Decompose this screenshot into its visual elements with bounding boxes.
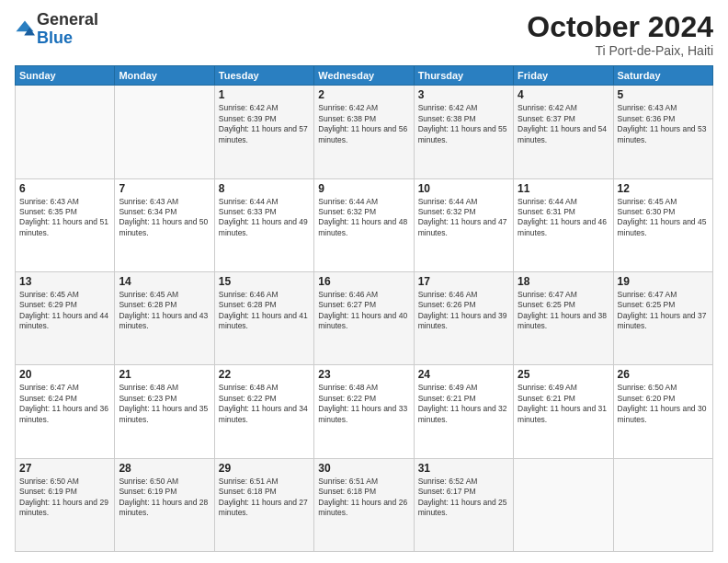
day-info: Sunrise: 6:50 AM Sunset: 6:20 PM Dayligh… [618,383,709,425]
day-info: Sunrise: 6:49 AM Sunset: 6:21 PM Dayligh… [518,383,609,425]
day-info: Sunrise: 6:48 AM Sunset: 6:23 PM Dayligh… [119,383,210,425]
day-number: 25 [518,368,609,381]
calendar-day-cell: 21Sunrise: 6:48 AM Sunset: 6:23 PM Dayli… [115,365,214,458]
logo-icon [15,19,35,40]
day-info: Sunrise: 6:50 AM Sunset: 6:19 PM Dayligh… [19,477,110,519]
calendar-day-cell: 27Sunrise: 6:50 AM Sunset: 6:19 PM Dayli… [16,458,115,551]
day-info: Sunrise: 6:42 AM Sunset: 6:37 PM Dayligh… [518,103,609,145]
day-number: 30 [318,462,409,475]
calendar-day-cell: 15Sunrise: 6:46 AM Sunset: 6:28 PM Dayli… [214,271,313,364]
calendar-day-cell: 5Sunrise: 6:43 AM Sunset: 6:36 PM Daylig… [613,86,712,178]
calendar-day-cell: 16Sunrise: 6:46 AM Sunset: 6:27 PM Dayli… [314,271,414,364]
calendar-day-cell: 12Sunrise: 6:45 AM Sunset: 6:30 PM Dayli… [613,178,712,271]
day-info: Sunrise: 6:44 AM Sunset: 6:33 PM Dayligh… [219,197,310,239]
day-info: Sunrise: 6:42 AM Sunset: 6:39 PM Dayligh… [219,103,310,145]
calendar-week-row: 27Sunrise: 6:50 AM Sunset: 6:19 PM Dayli… [16,458,713,551]
calendar-day-cell [16,86,115,178]
day-number: 16 [318,275,409,288]
calendar-day-cell: 2Sunrise: 6:42 AM Sunset: 6:38 PM Daylig… [314,86,414,178]
day-number: 13 [19,275,110,288]
calendar-day-cell: 26Sunrise: 6:50 AM Sunset: 6:20 PM Dayli… [613,365,712,458]
day-info: Sunrise: 6:47 AM Sunset: 6:25 PM Dayligh… [618,290,709,332]
day-number: 29 [219,462,310,475]
day-number: 22 [219,368,310,381]
day-info: Sunrise: 6:51 AM Sunset: 6:18 PM Dayligh… [318,477,409,519]
day-info: Sunrise: 6:45 AM Sunset: 6:28 PM Dayligh… [119,290,210,332]
calendar-day-cell: 25Sunrise: 6:49 AM Sunset: 6:21 PM Dayli… [514,365,613,458]
title-section: October 2024 Ti Port-de-Paix, Haiti [527,11,713,58]
day-number: 20 [19,368,110,381]
calendar-day-cell: 7Sunrise: 6:43 AM Sunset: 6:34 PM Daylig… [115,178,214,271]
day-info: Sunrise: 6:46 AM Sunset: 6:27 PM Dayligh… [318,290,409,332]
calendar-week-row: 13Sunrise: 6:45 AM Sunset: 6:29 PM Dayli… [16,271,713,364]
day-info: Sunrise: 6:49 AM Sunset: 6:21 PM Dayligh… [418,383,509,425]
calendar-day-cell: 31Sunrise: 6:52 AM Sunset: 6:17 PM Dayli… [414,458,513,551]
weekday-header: Thursday [414,66,513,86]
day-number: 8 [219,182,310,195]
day-info: Sunrise: 6:45 AM Sunset: 6:29 PM Dayligh… [19,290,110,332]
day-number: 5 [618,88,709,101]
weekday-row: SundayMondayTuesdayWednesdayThursdayFrid… [16,66,713,86]
calendar-week-row: 1Sunrise: 6:42 AM Sunset: 6:39 PM Daylig… [16,86,713,178]
day-number: 27 [19,462,110,475]
calendar-day-cell: 13Sunrise: 6:45 AM Sunset: 6:29 PM Dayli… [16,271,115,364]
calendar-day-cell: 22Sunrise: 6:48 AM Sunset: 6:22 PM Dayli… [214,365,313,458]
day-info: Sunrise: 6:44 AM Sunset: 6:31 PM Dayligh… [518,197,609,239]
day-info: Sunrise: 6:46 AM Sunset: 6:26 PM Dayligh… [418,290,509,332]
day-number: 6 [19,182,110,195]
calendar-day-cell: 10Sunrise: 6:44 AM Sunset: 6:32 PM Dayli… [414,178,513,271]
day-info: Sunrise: 6:47 AM Sunset: 6:25 PM Dayligh… [518,290,609,332]
day-number: 10 [418,182,509,195]
day-info: Sunrise: 6:43 AM Sunset: 6:36 PM Dayligh… [618,103,709,145]
day-number: 15 [219,275,310,288]
calendar-day-cell: 23Sunrise: 6:48 AM Sunset: 6:22 PM Dayli… [314,365,414,458]
day-number: 4 [518,88,609,101]
calendar-week-row: 6Sunrise: 6:43 AM Sunset: 6:35 PM Daylig… [16,178,713,271]
day-number: 31 [418,462,509,475]
calendar-day-cell [115,86,214,178]
calendar-day-cell [514,458,613,551]
day-info: Sunrise: 6:42 AM Sunset: 6:38 PM Dayligh… [418,103,509,145]
weekday-header: Monday [115,66,214,86]
day-number: 19 [618,275,709,288]
calendar-body: 1Sunrise: 6:42 AM Sunset: 6:39 PM Daylig… [16,86,713,552]
calendar-header: SundayMondayTuesdayWednesdayThursdayFrid… [16,66,713,86]
calendar-day-cell: 9Sunrise: 6:44 AM Sunset: 6:32 PM Daylig… [314,178,414,271]
day-number: 9 [318,182,409,195]
calendar-day-cell: 17Sunrise: 6:46 AM Sunset: 6:26 PM Dayli… [414,271,513,364]
logo-general: General [37,11,98,29]
calendar-day-cell: 19Sunrise: 6:47 AM Sunset: 6:25 PM Dayli… [613,271,712,364]
day-info: Sunrise: 6:44 AM Sunset: 6:32 PM Dayligh… [418,197,509,239]
day-number: 14 [119,275,210,288]
calendar-day-cell: 8Sunrise: 6:44 AM Sunset: 6:33 PM Daylig… [214,178,313,271]
day-info: Sunrise: 6:42 AM Sunset: 6:38 PM Dayligh… [318,103,409,145]
day-number: 1 [219,88,310,101]
weekday-header: Saturday [613,66,712,86]
day-number: 3 [418,88,509,101]
day-number: 7 [119,182,210,195]
day-info: Sunrise: 6:43 AM Sunset: 6:35 PM Dayligh… [19,197,110,239]
page-title: October 2024 [527,11,713,43]
day-number: 11 [518,182,609,195]
day-info: Sunrise: 6:44 AM Sunset: 6:32 PM Dayligh… [318,197,409,239]
logo-text: General Blue [37,11,98,48]
header: General Blue October 2024 Ti Port-de-Pai… [15,11,713,58]
weekday-header: Tuesday [214,66,313,86]
day-info: Sunrise: 6:48 AM Sunset: 6:22 PM Dayligh… [318,383,409,425]
day-number: 23 [318,368,409,381]
calendar-day-cell [613,458,712,551]
calendar-table: SundayMondayTuesdayWednesdayThursdayFrid… [15,65,713,552]
calendar-day-cell: 28Sunrise: 6:50 AM Sunset: 6:19 PM Dayli… [115,458,214,551]
calendar-day-cell: 6Sunrise: 6:43 AM Sunset: 6:35 PM Daylig… [16,178,115,271]
day-info: Sunrise: 6:43 AM Sunset: 6:34 PM Dayligh… [119,197,210,239]
day-info: Sunrise: 6:51 AM Sunset: 6:18 PM Dayligh… [219,477,310,519]
day-info: Sunrise: 6:47 AM Sunset: 6:24 PM Dayligh… [19,383,110,425]
day-number: 18 [518,275,609,288]
calendar-week-row: 20Sunrise: 6:47 AM Sunset: 6:24 PM Dayli… [16,365,713,458]
calendar-day-cell: 29Sunrise: 6:51 AM Sunset: 6:18 PM Dayli… [214,458,313,551]
weekday-header: Wednesday [314,66,414,86]
weekday-header: Friday [514,66,613,86]
day-number: 17 [418,275,509,288]
day-number: 28 [119,462,210,475]
weekday-header: Sunday [16,66,115,86]
